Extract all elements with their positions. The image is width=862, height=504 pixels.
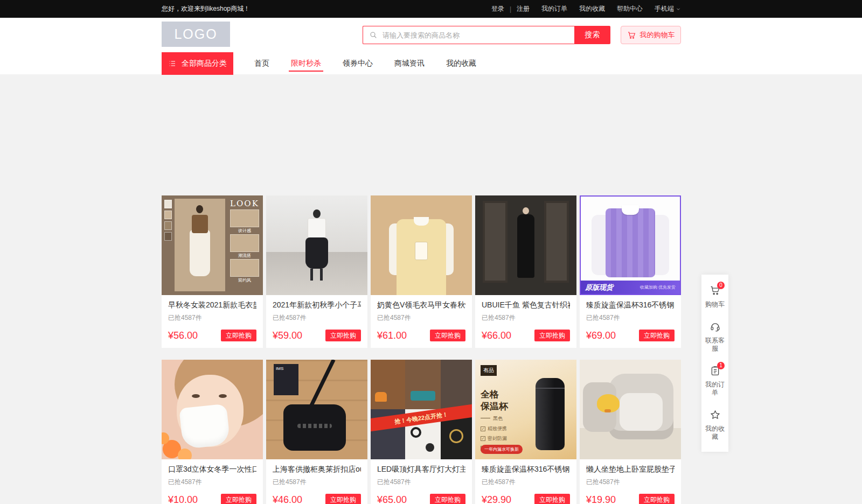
cart-icon <box>627 31 636 40</box>
decor-swatch <box>164 232 172 241</box>
nav-item-news[interactable]: 商城资讯 <box>391 52 428 74</box>
sidebar-item-customer-service[interactable]: 联系客服 <box>701 315 728 359</box>
all-categories-label: 全部商品分类 <box>182 59 227 68</box>
decor-shape <box>320 269 323 281</box>
topbar: 您好，欢迎来到likeshop商城！ 登录 | 注册 我的订单 我的收藏 帮助中… <box>0 0 862 18</box>
topbar-link-help[interactable]: 帮助中心 <box>617 4 643 13</box>
product-title[interactable]: 臻质旋盖保温杯316不锈钢内胆... <box>482 465 570 474</box>
nav-item-flash-sale[interactable]: 限时秒杀 <box>288 52 324 74</box>
product-price: ¥56.00 <box>168 330 198 341</box>
product-card[interactable]: 2021年新款初秋季小个子马甲... 已抢4587件 ¥59.00 立即抢购 <box>266 195 367 348</box>
decor-shape <box>606 208 655 277</box>
product-image[interactable]: LOOK 设计感 潮流搭 简约风 <box>162 195 263 295</box>
logo[interactable]: LOGO <box>162 22 230 47</box>
product-title[interactable]: LED吸顶灯具客厅灯大灯主卧... <box>377 465 465 474</box>
decor-shape <box>523 207 529 214</box>
product-card[interactable]: 原版现货 收藏加购 优先发货 臻质旋盖保温杯316不锈钢内胆... 已抢4587… <box>580 195 681 348</box>
buy-now-button[interactable]: 立即抢购 <box>325 330 361 341</box>
decor-shape <box>192 215 208 233</box>
product-card[interactable]: 懒人坐垫地上卧室屁股垫子办... 已抢4587件 ¥19.90 立即抢购 <box>580 360 681 504</box>
sidebar-item-orders[interactable]: 1 我的订单 <box>701 359 728 403</box>
product-image[interactable] <box>162 360 263 459</box>
topbar-link-favorites[interactable]: 我的收藏 <box>579 4 605 13</box>
product-title[interactable]: 口罩3d立体女冬季一次性口罩 <box>168 465 256 474</box>
product-card[interactable]: UBUIE千鱼 紫色复古针织衫马... 已抢4587件 ¥66.00 立即抢购 <box>475 195 576 348</box>
product-title[interactable]: 懒人坐垫地上卧室屁股垫子办... <box>586 465 675 474</box>
page-content: LOOK 设计感 潮流搭 简约风 早秋冬女装2021新款毛衣盐系... 已抢45… <box>0 74 862 504</box>
buy-now-button[interactable]: 立即抢购 <box>639 494 675 504</box>
product-card[interactable]: 口罩3d立体女冬季一次性口罩 已抢4587件 ¥10.00 立即抢购 <box>162 360 263 504</box>
thumb-photo <box>230 209 259 227</box>
decor-shape <box>178 449 192 459</box>
nav-item-home[interactable]: 首页 <box>251 52 273 74</box>
banner-placeholder <box>162 74 681 195</box>
buy-now-button[interactable]: 立即抢购 <box>639 330 675 341</box>
product-card[interactable]: 抢！今晚22点开抢！ LED吸顶灯具客厅灯大灯主卧... 已抢4587件 ¥65… <box>371 360 472 504</box>
decor-swatch <box>164 200 172 208</box>
product-title[interactable]: 早秋冬女装2021新款毛衣盐系... <box>168 300 256 310</box>
header: LOGO 搜索 我的购物车 <box>162 18 681 52</box>
style-tag: 设计感 <box>230 228 259 234</box>
buy-now-button[interactable]: 立即抢购 <box>534 330 570 341</box>
buy-now-button[interactable]: 立即抢购 <box>325 494 361 504</box>
topbar-link-orders[interactable]: 我的订单 <box>541 4 567 13</box>
name-line: 全格 <box>481 389 508 401</box>
product-title[interactable]: 臻质旋盖保温杯316不锈钢内胆... <box>586 300 675 310</box>
decor-shape <box>426 443 434 452</box>
product-sold-count: 已抢4587件 <box>168 313 256 323</box>
product-sold-count: 已抢4587件 <box>377 313 465 323</box>
product-title[interactable]: 奶黄色V领毛衣马甲女春秋慵懒... <box>377 300 465 310</box>
product-card[interactable]: 奶黄色V领毛衣马甲女春秋慵懒... 已抢4587件 ¥61.00 立即抢购 <box>371 195 472 348</box>
product-card[interactable]: 有品 全格 保温杯 黑色 ✓ 精致便携 ✓ 密封防漏 ✓ 316不锈钢 <box>475 360 576 504</box>
logo-text: LOGO <box>174 26 217 42</box>
product-image[interactable]: 有品 全格 保温杯 黑色 ✓ 精致便携 ✓ 密封防漏 ✓ 316不锈钢 <box>475 360 576 459</box>
product-title[interactable]: UBUIE千鱼 紫色复古针织衫马... <box>482 300 570 310</box>
product-image[interactable] <box>475 195 576 295</box>
my-cart-button[interactable]: 我的购物车 <box>621 26 681 44</box>
welcome-text: 您好，欢迎来到likeshop商城！ <box>162 4 250 13</box>
product-price: ¥59.00 <box>273 330 302 341</box>
product-image[interactable] <box>580 360 681 459</box>
product-image[interactable]: 原版现货 收藏加购 优先发货 <box>580 195 681 295</box>
name-line: 保温杯 <box>481 401 508 412</box>
buy-now-button[interactable]: 立即抢购 <box>221 494 256 504</box>
product-title[interactable]: 上海客供撤柜奥莱折扣店outlets <box>273 465 361 474</box>
category-list-icon <box>168 59 177 68</box>
decor-shape <box>219 394 227 398</box>
sidebar-item-label: 我的订单 <box>705 381 725 397</box>
product-name-overlay: 全格 保温杯 <box>481 389 508 412</box>
product-image[interactable]: IMS <box>266 360 367 459</box>
buy-now-button[interactable]: 立即抢购 <box>534 494 570 504</box>
decor-shape <box>604 409 611 412</box>
nav-item-favorites[interactable]: 我的收藏 <box>443 52 479 74</box>
product-card[interactable]: LOOK 设计感 潮流搭 简约风 早秋冬女装2021新款毛衣盐系... 已抢45… <box>162 195 263 348</box>
product-card[interactable]: IMS 上海客供撤柜奥莱折扣店outlets 已抢4587件 ¥46.00 立即… <box>266 360 367 504</box>
product-image[interactable] <box>266 195 367 295</box>
mobile-dropdown[interactable]: 手机端 <box>655 4 681 13</box>
login-link[interactable]: 登录 <box>491 4 504 13</box>
decor-shape <box>481 418 490 418</box>
buy-now-button[interactable]: 立即抢购 <box>430 330 465 341</box>
product-image[interactable] <box>371 195 472 295</box>
search-button[interactable]: 搜索 <box>574 26 610 44</box>
color-label: 黑色 <box>493 415 503 422</box>
decor-shape <box>297 424 332 428</box>
product-price: ¥66.00 <box>482 330 511 341</box>
star-icon <box>710 409 721 421</box>
orders-count-badge: 1 <box>717 362 725 369</box>
sidebar-item-cart[interactable]: 0 购物车 <box>701 279 728 315</box>
decor-tile <box>371 360 405 409</box>
register-link[interactable]: 注册 <box>517 4 530 13</box>
sidebar-item-favorites[interactable]: 我的收藏 <box>701 403 728 447</box>
nav-item-coupons[interactable]: 领券中心 <box>339 52 376 74</box>
decor-shape <box>190 230 210 276</box>
product-grid: LOOK 设计感 潮流搭 简约风 早秋冬女装2021新款毛衣盐系... 已抢45… <box>162 195 681 504</box>
buy-now-button[interactable]: 立即抢购 <box>221 330 256 341</box>
buy-now-button[interactable]: 立即抢购 <box>430 494 465 504</box>
product-title[interactable]: 2021年新款初秋季小个子马甲... <box>273 300 361 310</box>
product-image[interactable]: 抢！今晚22点开抢！ <box>371 360 472 459</box>
decor-swatch <box>164 221 172 230</box>
all-categories-button[interactable]: 全部商品分类 <box>162 52 233 75</box>
decor-shape <box>305 237 328 269</box>
search-input[interactable] <box>363 26 574 44</box>
